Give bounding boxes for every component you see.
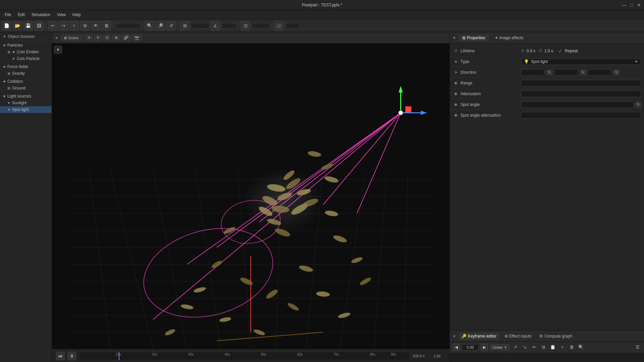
- svg-rect-33: [406, 106, 412, 112]
- image-effects-tab[interactable]: ✦ Image effects: [491, 34, 527, 42]
- open-button[interactable]: 📂: [13, 21, 22, 31]
- keyframe-draw[interactable]: ✏: [530, 344, 538, 351]
- ground-item[interactable]: ⊞ Ground: [0, 85, 52, 92]
- lifetime-icon: ⏱: [452, 48, 459, 54]
- keyframe-controls: ◀ 0.00 ▶ Linear ▼ ↗ ↘ ✏ ⧉ 📋 + 🗑 🔍 ☰: [450, 342, 644, 353]
- particles-group[interactable]: ▼ Particles: [0, 42, 52, 49]
- light-sources-group[interactable]: ▼ Light sources: [0, 93, 52, 100]
- play-pause-button[interactable]: ⏸: [67, 352, 76, 360]
- snap-toggle[interactable]: 🔗: [121, 35, 131, 41]
- duplicate-button[interactable]: ⧉: [80, 21, 90, 31]
- spot-angle-input[interactable]: 40°: [521, 101, 634, 108]
- gravity-item[interactable]: ⊕ Gravity: [0, 70, 52, 77]
- zoom-out-button[interactable]: 🔎: [156, 21, 165, 31]
- compute-graph-icon: ⚙: [539, 334, 543, 339]
- effect-inputs-tab[interactable]: ⚙ Effect inputs: [502, 333, 534, 340]
- delete-button[interactable]: 🗑: [102, 21, 111, 31]
- spot-angle-attenuation-input[interactable]: 0.20: [521, 112, 641, 119]
- interpolation-mode[interactable]: Linear ▼: [490, 344, 509, 350]
- keyframe-ease-out[interactable]: ↘: [521, 344, 528, 351]
- keyframe-ease-in[interactable]: ↗: [512, 344, 519, 351]
- type-row: ◈ Type 💡 Spot light ▼: [450, 56, 644, 67]
- attenuation-input[interactable]: 1.00: [521, 90, 641, 97]
- viewport[interactable]: ▼: [52, 44, 449, 349]
- keyframe-copy[interactable]: ⧉: [540, 344, 547, 351]
- keyframe-add[interactable]: +: [558, 344, 566, 351]
- menu-view[interactable]: View: [54, 11, 68, 18]
- camera-btn[interactable]: 🎥: [274, 21, 284, 31]
- spot-angle-attenuation-icon: ◉: [452, 112, 459, 119]
- reset-view-button[interactable]: ↺: [166, 21, 176, 31]
- direction-z-input[interactable]: 35°: [588, 69, 611, 76]
- titlebar: Pixelpart - TEST.ppfx * — □ ✕: [0, 0, 644, 10]
- spot-angle-value: 40° ↻: [521, 101, 641, 108]
- transform-value-input[interactable]: 0.10: [252, 23, 270, 29]
- minimize-button[interactable]: —: [622, 3, 627, 7]
- preview-button[interactable]: 👁: [91, 21, 100, 31]
- transform-btn[interactable]: ⊡: [241, 21, 250, 31]
- prev-keyframe-btn[interactable]: ◀: [452, 344, 460, 351]
- gravity-icon: ⊕: [7, 71, 10, 76]
- viewport-filter-btn[interactable]: ▼: [54, 46, 62, 54]
- move-tool[interactable]: ✛: [85, 35, 93, 41]
- right-bottom-panel-header: ▼ 🔑 Keyframe editor ⚙ Effect inputs ⚙ Co…: [450, 330, 644, 342]
- properties-tab-label: Properties: [467, 36, 485, 40]
- properties-tab[interactable]: ⊞ Properties: [459, 34, 489, 42]
- spot-angle-spin[interactable]: ↻: [635, 102, 641, 108]
- next-keyframe-btn[interactable]: ▶: [481, 344, 488, 351]
- new-button[interactable]: 📄: [2, 21, 11, 31]
- direction-z-spin[interactable]: ↻: [613, 69, 620, 75]
- keyframe-editor-tab[interactable]: 🔑 Keyframe editor: [459, 333, 499, 340]
- coin-particle-item[interactable]: ✦ Coin Particle: [0, 55, 52, 62]
- angle-input[interactable]: 10°: [221, 23, 236, 29]
- sunlight-item[interactable]: ✦ Sunlight: [0, 100, 52, 106]
- compute-graph-tab[interactable]: ⚙ Compute graph: [537, 333, 575, 340]
- direction-x-spin[interactable]: ↻: [546, 69, 552, 75]
- keyframe-menu[interactable]: ☰: [634, 344, 641, 351]
- spot-angle-attenuation-value: 0.20: [521, 112, 641, 119]
- redo-button[interactable]: ↪: [59, 21, 68, 31]
- timeline-scrubber[interactable]: 10s 20s 30s 40s 50s 60s 70s 80s 90s: [79, 352, 410, 360]
- rotate-tool[interactable]: ↻: [94, 35, 102, 41]
- svg-point-69: [240, 167, 325, 235]
- grid-toggle[interactable]: ⊞: [112, 35, 120, 41]
- force-fields-group[interactable]: ▼ Force fields: [0, 63, 52, 70]
- spot-light-item[interactable]: ✦ Spot light: [0, 106, 52, 113]
- angle-btn[interactable]: ∠: [211, 21, 220, 31]
- resolution-input[interactable]: 1024 x 1024: [115, 23, 141, 29]
- menu-file[interactable]: File: [2, 11, 14, 18]
- keyframe-search[interactable]: 🔍: [577, 344, 585, 351]
- grid-value1-input[interactable]: 0.10: [191, 23, 209, 29]
- rbp-filter-icon: ▼: [452, 334, 456, 338]
- rewind-button[interactable]: ⏮: [56, 352, 65, 360]
- force-fields-arrow: ▼: [3, 65, 6, 69]
- menu-simulation[interactable]: Simulation: [29, 11, 53, 18]
- camera-value-input[interactable]: -5: [285, 23, 300, 29]
- direction-y-spin[interactable]: ↻: [580, 69, 586, 75]
- keyframe-paste[interactable]: 📋: [549, 344, 556, 351]
- menu-edit[interactable]: Edit: [15, 11, 28, 18]
- colliders-group[interactable]: ▼ Colliders: [0, 78, 52, 85]
- direction-y-input[interactable]: -24°: [554, 69, 578, 76]
- type-select[interactable]: 💡 Spot light ▼: [521, 58, 641, 65]
- zoom-in-button[interactable]: 🔍: [145, 21, 154, 31]
- keyframe-track[interactable]: [450, 353, 644, 362]
- undo-button[interactable]: ↩: [48, 21, 57, 31]
- coin-emitter-item[interactable]: ⊕ ▼ Coin Emitter: [0, 49, 52, 55]
- grid-button[interactable]: ⊞: [180, 21, 190, 31]
- maximize-button[interactable]: □: [629, 3, 634, 7]
- close-button[interactable]: ✕: [637, 3, 641, 7]
- export-button[interactable]: 🖼: [34, 21, 44, 31]
- menu-help[interactable]: Help: [70, 11, 84, 18]
- scene-tab[interactable]: 🖥 Scene: [61, 35, 81, 41]
- attenuation-label: Attenuation: [461, 92, 521, 96]
- add-button[interactable]: +: [69, 21, 79, 31]
- keyframe-delete[interactable]: 🗑: [568, 344, 575, 351]
- direction-x-input[interactable]: 144°: [521, 69, 544, 76]
- save-button[interactable]: 💾: [23, 21, 33, 31]
- camera-view[interactable]: 📷: [132, 35, 142, 41]
- range-input[interactable]: 1.00: [521, 80, 641, 86]
- range-icon: ◉: [452, 80, 459, 86]
- coin-particle-label: Coin Particle: [17, 56, 40, 61]
- scale-tool[interactable]: ⊡: [103, 35, 111, 41]
